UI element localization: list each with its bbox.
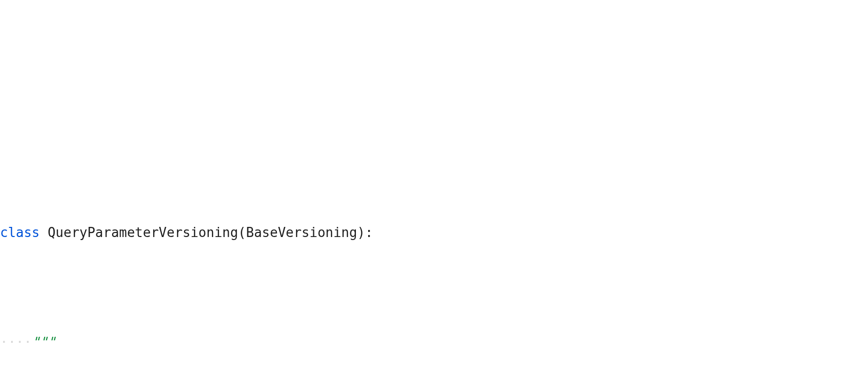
class-signature: QueryParameterVersioning(BaseVersioning)…: [40, 225, 373, 240]
code-line[interactable]: class QueryParameterVersioning(BaseVersi…: [0, 219, 868, 246]
code-line[interactable]: ····""": [0, 328, 868, 356]
docstring-quote: """: [32, 334, 56, 349]
whitespace: ····: [0, 334, 32, 349]
code-editor[interactable]: class QueryParameterVersioning(BaseVersi…: [0, 137, 868, 392]
keyword-class: class: [0, 225, 40, 240]
